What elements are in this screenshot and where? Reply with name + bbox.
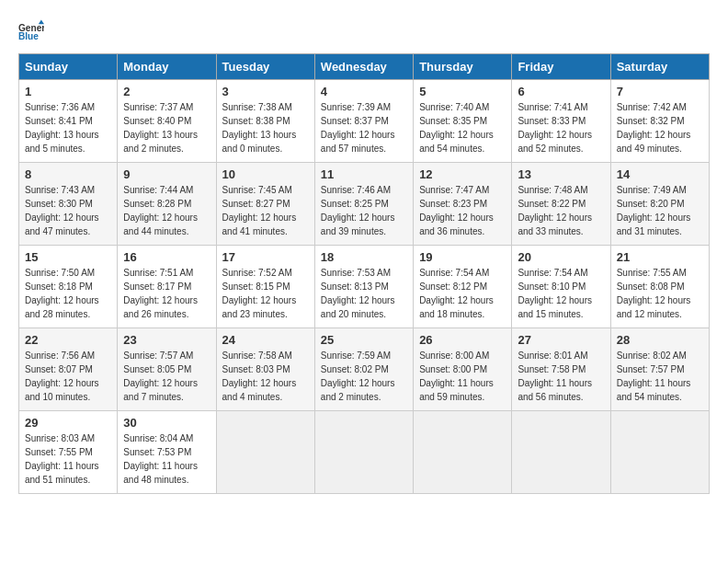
page-header: General Blue [18,18,710,44]
calendar-day-cell: 30 Sunrise: 8:04 AM Sunset: 7:53 PM Dayl… [118,411,216,494]
weekday-header-cell: Saturday [610,54,709,80]
calendar-day-cell: 6 Sunrise: 7:41 AM Sunset: 8:33 PM Dayli… [512,80,610,163]
calendar-day-cell: 26 Sunrise: 8:00 AM Sunset: 8:00 PM Dayl… [414,328,512,411]
day-number: 5 [419,85,506,98]
calendar-table: SundayMondayTuesdayWednesdayThursdayFrid… [18,53,710,494]
calendar-week-row: 1 Sunrise: 7:36 AM Sunset: 8:41 PM Dayli… [19,80,710,163]
day-number: 25 [321,333,407,347]
day-number: 27 [518,333,604,347]
day-info: Sunrise: 7:54 AM Sunset: 8:10 PM Dayligh… [518,266,604,321]
day-info: Sunrise: 7:37 AM Sunset: 8:40 PM Dayligh… [123,100,210,155]
day-info: Sunrise: 7:55 AM Sunset: 8:08 PM Dayligh… [617,266,703,321]
logo-icon: General Blue [18,18,44,44]
day-info: Sunrise: 7:48 AM Sunset: 8:22 PM Dayligh… [518,183,604,238]
calendar-day-cell: 28 Sunrise: 8:02 AM Sunset: 7:57 PM Dayl… [610,328,709,411]
calendar-day-cell: 25 Sunrise: 7:59 AM Sunset: 8:02 PM Dayl… [314,328,413,411]
calendar-day-cell: 23 Sunrise: 7:57 AM Sunset: 8:05 PM Dayl… [118,328,216,411]
calendar-day-cell: 9 Sunrise: 7:44 AM Sunset: 8:28 PM Dayli… [118,163,216,246]
svg-text:Blue: Blue [18,31,39,41]
day-info: Sunrise: 7:56 AM Sunset: 8:07 PM Dayligh… [25,349,111,404]
day-info: Sunrise: 7:47 AM Sunset: 8:23 PM Dayligh… [419,183,506,238]
day-info: Sunrise: 8:04 AM Sunset: 7:53 PM Dayligh… [123,431,210,487]
day-info: Sunrise: 7:52 AM Sunset: 8:15 PM Dayligh… [222,266,309,321]
day-number: 20 [518,250,604,264]
weekday-header-cell: Monday [118,54,216,80]
day-number: 19 [419,250,506,264]
logo: General Blue [18,18,48,44]
day-number: 8 [25,167,111,181]
day-info: Sunrise: 7:36 AM Sunset: 8:41 PM Dayligh… [25,100,111,155]
calendar-day-cell: 18 Sunrise: 7:53 AM Sunset: 8:13 PM Dayl… [314,246,413,328]
weekday-header-cell: Tuesday [216,54,314,80]
day-info: Sunrise: 8:02 AM Sunset: 7:57 PM Dayligh… [617,349,703,404]
day-number: 4 [321,85,407,98]
calendar-week-row: 29 Sunrise: 8:03 AM Sunset: 7:55 PM Dayl… [19,411,710,494]
day-number: 26 [419,333,506,347]
day-number: 10 [222,167,309,181]
calendar-day-cell: 21 Sunrise: 7:55 AM Sunset: 8:08 PM Dayl… [610,246,709,328]
day-info: Sunrise: 7:40 AM Sunset: 8:35 PM Dayligh… [419,100,506,155]
calendar-day-cell: 3 Sunrise: 7:38 AM Sunset: 8:38 PM Dayli… [216,80,314,163]
day-info: Sunrise: 7:44 AM Sunset: 8:28 PM Dayligh… [123,183,210,238]
day-number: 15 [25,250,111,264]
day-number: 2 [123,85,210,98]
day-info: Sunrise: 7:53 AM Sunset: 8:13 PM Dayligh… [321,266,407,321]
day-info: Sunrise: 7:41 AM Sunset: 8:33 PM Dayligh… [518,100,604,155]
calendar-day-cell: 22 Sunrise: 7:56 AM Sunset: 8:07 PM Dayl… [19,328,118,411]
day-number: 12 [419,167,506,181]
day-number: 14 [617,167,703,181]
weekday-header-cell: Friday [512,54,610,80]
day-number: 17 [222,250,309,264]
day-number: 29 [25,416,111,430]
calendar-day-cell: 8 Sunrise: 7:43 AM Sunset: 8:30 PM Dayli… [19,163,118,246]
day-info: Sunrise: 7:59 AM Sunset: 8:02 PM Dayligh… [321,349,407,404]
calendar-day-cell: 1 Sunrise: 7:36 AM Sunset: 8:41 PM Dayli… [19,80,118,163]
day-number: 24 [222,333,309,347]
day-number: 3 [222,85,309,98]
calendar-day-cell: 17 Sunrise: 7:52 AM Sunset: 8:15 PM Dayl… [216,246,314,328]
day-info: Sunrise: 7:58 AM Sunset: 8:03 PM Dayligh… [222,349,309,404]
day-number: 28 [617,333,703,347]
day-info: Sunrise: 7:42 AM Sunset: 8:32 PM Dayligh… [617,100,703,155]
day-number: 11 [321,167,407,181]
day-info: Sunrise: 7:45 AM Sunset: 8:27 PM Dayligh… [222,183,309,238]
calendar-day-cell: 20 Sunrise: 7:54 AM Sunset: 8:10 PM Dayl… [512,246,610,328]
calendar-week-row: 8 Sunrise: 7:43 AM Sunset: 8:30 PM Dayli… [19,163,710,246]
weekday-header-cell: Wednesday [314,54,413,80]
calendar-day-cell: 4 Sunrise: 7:39 AM Sunset: 8:37 PM Dayli… [314,80,413,163]
calendar-day-cell: 13 Sunrise: 7:48 AM Sunset: 8:22 PM Dayl… [512,163,610,246]
calendar-day-cell: 19 Sunrise: 7:54 AM Sunset: 8:12 PM Dayl… [414,246,512,328]
day-info: Sunrise: 8:00 AM Sunset: 8:00 PM Dayligh… [419,349,506,404]
calendar-day-cell: 29 Sunrise: 8:03 AM Sunset: 7:55 PM Dayl… [19,411,118,494]
calendar-week-row: 15 Sunrise: 7:50 AM Sunset: 8:18 PM Dayl… [19,246,710,328]
calendar-day-cell: 24 Sunrise: 7:58 AM Sunset: 8:03 PM Dayl… [216,328,314,411]
calendar-day-cell [314,411,413,494]
day-info: Sunrise: 7:39 AM Sunset: 8:37 PM Dayligh… [321,100,407,155]
calendar-day-cell [216,411,314,494]
day-info: Sunrise: 7:43 AM Sunset: 8:30 PM Dayligh… [25,183,111,238]
day-number: 1 [25,85,111,98]
day-info: Sunrise: 7:38 AM Sunset: 8:38 PM Dayligh… [222,100,309,155]
calendar-day-cell: 2 Sunrise: 7:37 AM Sunset: 8:40 PM Dayli… [118,80,216,163]
calendar-day-cell: 7 Sunrise: 7:42 AM Sunset: 8:32 PM Dayli… [610,80,709,163]
calendar-day-cell: 15 Sunrise: 7:50 AM Sunset: 8:18 PM Dayl… [19,246,118,328]
day-info: Sunrise: 7:46 AM Sunset: 8:25 PM Dayligh… [321,183,407,238]
day-number: 23 [123,333,210,347]
day-info: Sunrise: 8:01 AM Sunset: 7:58 PM Dayligh… [518,349,604,404]
calendar-day-cell: 27 Sunrise: 8:01 AM Sunset: 7:58 PM Dayl… [512,328,610,411]
day-number: 21 [617,250,703,264]
day-info: Sunrise: 7:57 AM Sunset: 8:05 PM Dayligh… [123,349,210,404]
day-number: 30 [123,416,210,430]
weekday-header-row: SundayMondayTuesdayWednesdayThursdayFrid… [19,54,710,80]
day-number: 7 [617,85,703,98]
day-number: 6 [518,85,604,98]
day-number: 16 [123,250,210,264]
day-number: 9 [123,167,210,181]
calendar-day-cell: 16 Sunrise: 7:51 AM Sunset: 8:17 PM Dayl… [118,246,216,328]
calendar-day-cell [512,411,610,494]
calendar-day-cell [414,411,512,494]
day-info: Sunrise: 8:03 AM Sunset: 7:55 PM Dayligh… [25,431,111,487]
day-number: 22 [25,333,111,347]
day-info: Sunrise: 7:50 AM Sunset: 8:18 PM Dayligh… [25,266,111,321]
day-number: 18 [321,250,407,264]
